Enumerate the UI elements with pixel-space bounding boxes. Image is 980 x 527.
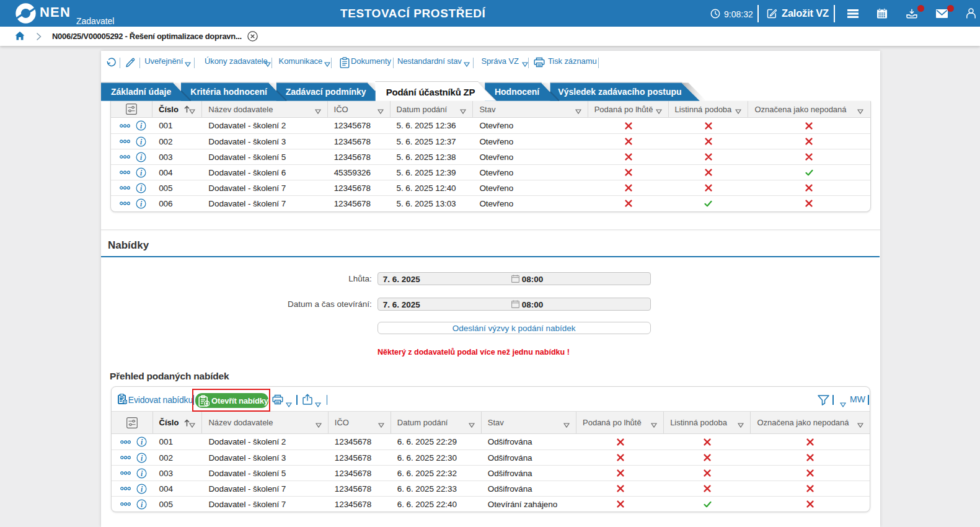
svg-text:i: i — [139, 200, 142, 207]
svg-text:Kritéria hodnocení: Kritéria hodnocení — [190, 87, 268, 97]
svg-text:i: i — [139, 184, 142, 192]
svg-text:Podání účastníků ZP: Podání účastníků ZP — [386, 87, 475, 97]
svg-text:Základní údaje: Základní údaje — [111, 87, 171, 97]
svg-text:Hodnocení: Hodnocení — [495, 87, 540, 97]
svg-text:i: i — [139, 169, 142, 176]
svg-text:i: i — [141, 454, 143, 461]
svg-text:Výsledek zadávacího postupu: Výsledek zadávacího postupu — [558, 87, 681, 97]
svg-text:i: i — [141, 500, 143, 508]
svg-text:i: i — [141, 438, 143, 446]
svg-text:i: i — [139, 122, 142, 130]
svg-text:i: i — [139, 138, 142, 145]
svg-text:i: i — [139, 153, 142, 161]
svg-text:i: i — [141, 485, 143, 492]
svg-text:i: i — [141, 469, 143, 477]
svg-text:Zadávací podmínky: Zadávací podmínky — [286, 87, 366, 97]
